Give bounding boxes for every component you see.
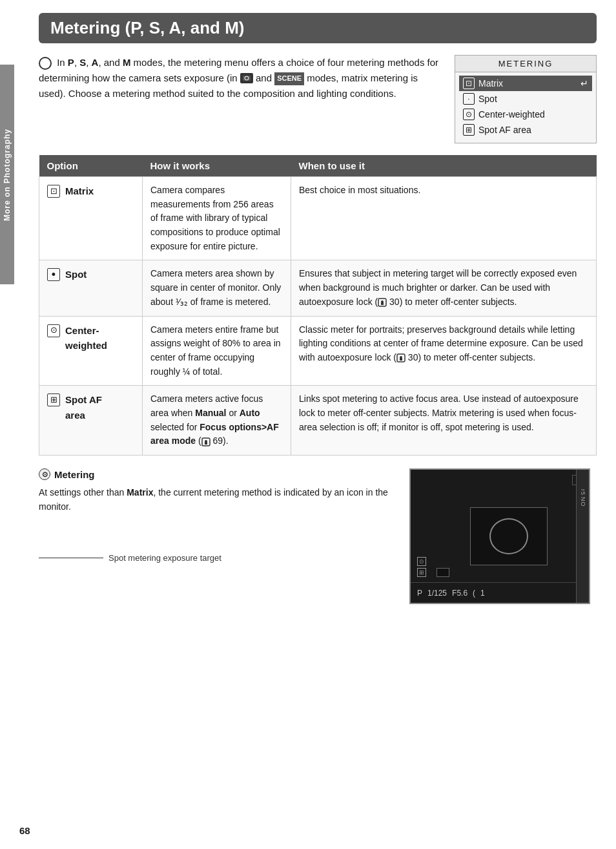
spot-how-cell: Camera meters area shown by square in ce… xyxy=(143,260,291,316)
metering-box: METERING ⊡ Matrix ↵ · Spot ⊙ Center-weig… xyxy=(455,55,597,143)
metering-item-matrix[interactable]: ⊡ Matrix ↵ xyxy=(459,76,592,91)
mode-p: P xyxy=(68,57,74,68)
intro-section: In P, S, A, and M modes, the metering me… xyxy=(39,55,597,143)
cam-left-icons: ⊙ ⊞ xyxy=(417,557,426,577)
spot-af-option-name: Spot AFarea xyxy=(65,392,102,423)
center-weighted-label: Center-weighted xyxy=(478,109,545,120)
cam-icon-2: ⊞ xyxy=(417,568,426,577)
cam-small-view xyxy=(436,568,449,577)
table-row-center-weighted: ⊙ Center-weighted Camera meters entire f… xyxy=(39,316,597,386)
spot-icon: · xyxy=(463,93,475,105)
spot-af-how-cell: Camera meters active focus area when Man… xyxy=(143,386,291,456)
spot-option-icon: • xyxy=(47,268,60,281)
cam-right-text: r5 xyxy=(580,489,586,496)
center-weighted-how-cell: Camera meters entire frame but assigns w… xyxy=(143,316,291,386)
cam-extra: 1 xyxy=(480,589,485,598)
cam-shutter: 1/125 xyxy=(427,589,447,598)
circle-icon xyxy=(39,57,52,70)
col-when: When to use it xyxy=(291,155,597,177)
mode-m: M xyxy=(123,57,131,68)
cam-aperture: F5.6 xyxy=(452,589,467,598)
matrix-icon: ⊡ xyxy=(463,78,475,89)
center-weighted-option-name: Center-weighted xyxy=(65,323,107,353)
matrix-how-cell: Camera compares measurements from 256 ar… xyxy=(143,177,291,260)
spot-label-text: Spot metering exposure target xyxy=(103,553,221,563)
svg-rect-8 xyxy=(400,358,402,361)
metering-bottom-icon: ⊙ xyxy=(39,468,50,480)
cam-spot-circle xyxy=(489,518,528,554)
table-row-matrix: ⊡ Matrix Camera compares measurements fr… xyxy=(39,177,597,260)
cam-bracket: ( xyxy=(473,589,475,598)
spot-label: Spot xyxy=(478,94,497,104)
spot-when-cell: Ensures that subject in metering target … xyxy=(291,260,597,316)
camera-icon xyxy=(240,73,253,83)
scene-badge: SCENE xyxy=(274,72,304,85)
spot-option-cell: • Spot xyxy=(39,260,143,316)
center-weighted-option-cell: ⊙ Center-weighted xyxy=(39,316,143,386)
cam-icon-1: ⊙ xyxy=(417,557,426,566)
camera-display-container: 1 ⊙ ⊞ r5 NO P xyxy=(409,468,597,611)
metering-box-title: METERING xyxy=(455,56,596,72)
bottom-desc: At settings other than Matrix, the curre… xyxy=(39,485,396,514)
cam-right-text-2: NO xyxy=(580,497,586,507)
col-how: How it works xyxy=(143,155,291,177)
matrix-option-icon: ⊡ xyxy=(47,185,60,198)
page-title: Metering (P, S, A, and M) xyxy=(39,13,597,43)
matrix-selected-arrow: ↵ xyxy=(580,78,588,89)
center-weighted-when-cell: Classic meter for portraits; preserves b… xyxy=(291,316,597,386)
metering-item-spot-af[interactable]: ⊞ Spot AF area xyxy=(463,122,588,138)
cam-mode: P xyxy=(417,589,422,598)
spot-af-icon: ⊞ xyxy=(463,124,475,136)
page-number: 68 xyxy=(19,825,30,836)
spot-option-name: Spot xyxy=(65,267,87,282)
cam-viewfinder xyxy=(470,507,548,565)
svg-rect-11 xyxy=(205,442,207,445)
table-row-spot-af: ⊞ Spot AFarea Camera meters active focus… xyxy=(39,386,597,456)
intro-text: In P, S, A, and M modes, the metering me… xyxy=(39,55,442,101)
bottom-text: ⊙ Metering At settings other than Matrix… xyxy=(39,468,396,563)
cam-right-bar: r5 NO xyxy=(576,470,589,603)
col-option: Option xyxy=(39,155,143,177)
matrix-option-cell: ⊡ Matrix xyxy=(39,177,143,260)
camera-display: 1 ⊙ ⊞ r5 NO P xyxy=(409,468,590,604)
spot-label-line xyxy=(39,558,103,558)
center-weighted-option-icon: ⊙ xyxy=(47,324,60,337)
spot-af-when-cell: Links spot metering to active focus area… xyxy=(291,386,597,456)
mode-a: A xyxy=(92,57,99,68)
metering-box-items: ⊡ Matrix ↵ · Spot ⊙ Center-weighted ⊞ Sp… xyxy=(455,72,596,143)
matrix-when-cell: Best choice in most situations. xyxy=(291,177,597,260)
matrix-label: Matrix xyxy=(478,78,503,89)
spot-af-option-cell: ⊞ Spot AFarea xyxy=(39,386,143,456)
sidebar-tab: More on Photography xyxy=(0,65,14,284)
sidebar-label: More on Photography xyxy=(3,129,12,221)
spot-af-label: Spot AF area xyxy=(478,125,531,135)
svg-rect-5 xyxy=(381,302,384,305)
metering-item-spot[interactable]: · Spot xyxy=(463,91,588,107)
matrix-option-name: Matrix xyxy=(65,183,94,198)
bottom-title-text: Metering xyxy=(54,469,95,480)
metering-table: Option How it works When to use it ⊡ Mat… xyxy=(39,155,597,456)
bottom-section: ⊙ Metering At settings other than Matrix… xyxy=(39,468,597,611)
metering-item-center-weighted[interactable]: ⊙ Center-weighted xyxy=(463,107,588,122)
mode-s: S xyxy=(79,57,86,68)
cam-bottom-bar: P 1/125 F5.6 ( 1 xyxy=(411,582,576,603)
spot-af-option-icon: ⊞ xyxy=(47,393,60,406)
bottom-title: ⊙ Metering xyxy=(39,468,396,480)
center-weighted-icon: ⊙ xyxy=(463,109,475,120)
table-row-spot: • Spot Camera meters area shown by squar… xyxy=(39,260,597,316)
spot-label-container: Spot metering exposure target xyxy=(39,553,396,563)
